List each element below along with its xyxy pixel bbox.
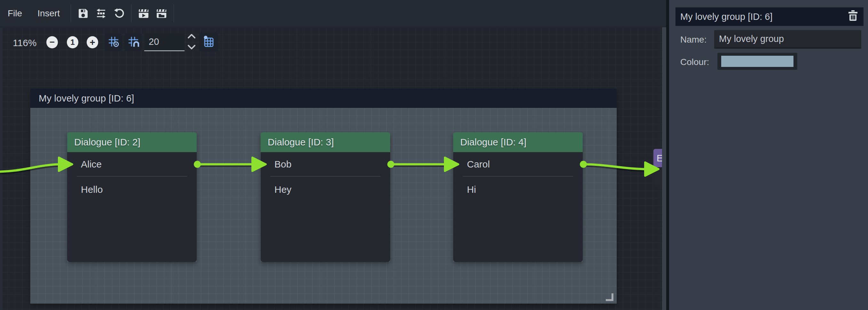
colour-label: Colour: <box>680 57 709 67</box>
group-title: My lovely group [ID: 6] <box>39 93 134 104</box>
name-label: Name: <box>680 35 707 45</box>
node-header[interactable]: Dialogue [ID: 2] <box>67 132 197 152</box>
dialogue-text: Hey <box>261 176 390 195</box>
undo-icon <box>114 8 124 19</box>
inspector-title: My lovely group [ID: 6] <box>680 11 773 22</box>
group-resize-handle[interactable] <box>606 293 613 301</box>
reorder-nodes-icon <box>96 8 106 19</box>
snap-distance-input[interactable] <box>144 33 185 51</box>
canvas-edge <box>0 27 3 310</box>
zoom-out-button[interactable]: − <box>46 36 58 48</box>
zoom-percent-label: 116% <box>13 37 37 48</box>
dialogue-text: Hi <box>453 176 583 195</box>
dialogue-node[interactable]: Dialogue [ID: 2] Alice Hello <box>67 132 197 262</box>
dialogue-node[interactable]: Dialogue [ID: 4] Carol Hi <box>453 132 583 262</box>
zoom-reset-button[interactable]: 1 <box>67 36 79 48</box>
grid-magnet-icon <box>128 36 139 49</box>
grid-icon <box>108 36 119 49</box>
node-header[interactable]: Dialogue [ID: 3] <box>261 132 390 152</box>
snap-to-grid-toggle[interactable] <box>124 33 142 51</box>
inspector-header: My lovely group [ID: 6] <box>676 7 864 26</box>
dialogue-text: Hello <box>67 176 197 195</box>
menu-bar: File Insert <box>0 0 666 27</box>
graph-canvas[interactable]: 116% − 1 + <box>0 27 662 310</box>
play-clapper-icon <box>138 8 149 19</box>
play-from-button[interactable] <box>153 4 170 22</box>
node-header[interactable]: Dialogue [ID: 4] <box>453 132 583 152</box>
colour-picker-button[interactable] <box>717 53 797 70</box>
zoom-in-button[interactable]: + <box>87 36 98 48</box>
inspector-panel: My lovely group [ID: 6] Name: Colour: <box>669 0 868 310</box>
colour-swatch <box>721 56 794 67</box>
character-name: Bob <box>261 152 390 176</box>
chevron-up-icon[interactable] <box>187 34 196 40</box>
chevron-down-icon[interactable] <box>187 45 196 51</box>
undo-button[interactable] <box>110 4 128 22</box>
play-from-folder-icon <box>156 8 167 19</box>
menu-file[interactable]: File <box>0 0 30 27</box>
minimap-toggle[interactable] <box>199 32 218 52</box>
character-name: Alice <box>67 152 197 176</box>
node-header[interactable]: E <box>653 149 662 167</box>
dialogue-node[interactable]: Dialogue [ID: 3] Bob Hey <box>261 132 390 262</box>
menu-separator <box>71 4 71 22</box>
menu-insert[interactable]: Insert <box>30 0 67 27</box>
group-header[interactable]: My lovely group [ID: 6] <box>30 89 617 108</box>
node-body: Alice Hello <box>67 152 197 262</box>
vertical-scrollbar[interactable] <box>662 27 666 310</box>
delete-group-button[interactable] <box>847 11 859 22</box>
save-button[interactable] <box>74 4 92 22</box>
character-name: Carol <box>453 152 583 176</box>
node-body: Carol Hi <box>453 152 583 262</box>
node-body: Bob Hey <box>261 152 390 262</box>
end-node[interactable]: E <box>653 149 662 185</box>
reorder-nodes-button[interactable] <box>92 4 110 22</box>
panel-divider <box>666 0 669 310</box>
trash-icon <box>848 10 858 23</box>
snap-spinner[interactable] <box>187 34 196 51</box>
node-body <box>653 167 662 185</box>
group-name-input[interactable] <box>714 30 861 49</box>
save-icon <box>78 8 89 19</box>
menu-separator <box>174 4 174 22</box>
menu-separator <box>131 4 131 22</box>
minimap-icon <box>203 35 215 49</box>
show-grid-toggle[interactable] <box>104 33 122 51</box>
play-button[interactable] <box>135 4 153 22</box>
